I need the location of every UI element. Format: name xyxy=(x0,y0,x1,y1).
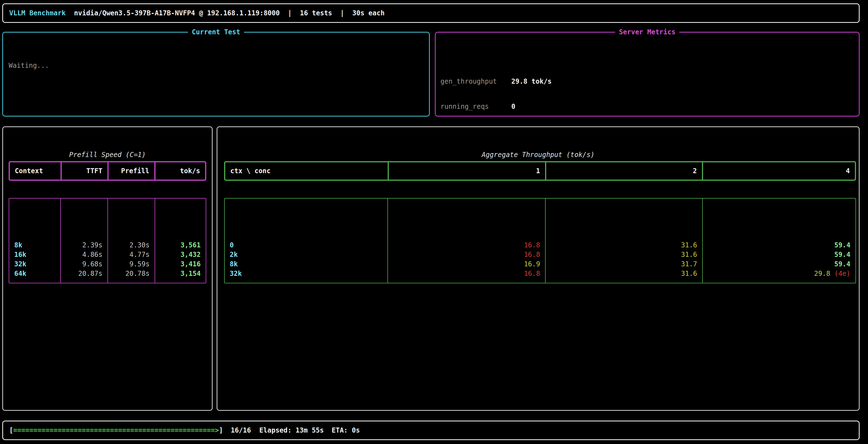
table-cell: 3,561 xyxy=(155,240,206,250)
table-cell: 3,432 xyxy=(155,250,206,260)
column-header: ctx \ conc xyxy=(225,162,388,180)
metric-row: gen_throughput 29.8 tok/s xyxy=(440,77,859,86)
aggregate-throughput-table: ctx \ conc124 016.831.659.42k16.831.659.… xyxy=(224,145,856,299)
progress-eta: ETA: 0s xyxy=(332,426,360,434)
progress-close-bracket: ] xyxy=(219,426,223,434)
table-cell: 8k xyxy=(9,240,60,250)
table-row: 8k16.931.759.4 xyxy=(225,260,856,269)
table-cell: 64k xyxy=(9,269,60,278)
table-cell: 32k xyxy=(9,260,60,269)
column-divider xyxy=(107,199,108,283)
table-cell-suffix: (4e) xyxy=(830,270,850,277)
column-divider xyxy=(60,199,61,283)
table-cell: 16k xyxy=(9,250,60,260)
table-cell: 16.8 xyxy=(388,269,545,278)
table-cell: 2.30s xyxy=(107,240,155,250)
table-cell: 31.6 xyxy=(545,269,702,278)
table-cell: 32k xyxy=(225,269,388,278)
table-cell: 20.78s xyxy=(107,269,155,278)
prefill-speed-table: ContextTTFTPrefilltok/s 8k2.39s2.30s3,56… xyxy=(9,145,206,299)
table-cell: 16.8 xyxy=(388,250,545,260)
table-cell: 9.59s xyxy=(107,260,155,269)
app-title: VLLM Benchmark xyxy=(9,9,66,17)
metric-value: 29.8 tok/s xyxy=(511,77,552,86)
progress-open-bracket: [ xyxy=(9,426,13,434)
table-cell: 16.9 xyxy=(388,260,545,269)
top-bar: VLLM Benchmark nvidia/Qwen3.5-397B-A17B-… xyxy=(2,3,860,23)
table-cell: 31.6 xyxy=(545,240,702,250)
table-row: 2k16.831.659.4 xyxy=(225,250,856,260)
metric-label: gen_throughput xyxy=(440,77,511,86)
table-row: 32k16.831.629.8 (4e) xyxy=(225,269,856,278)
column-header: 4 xyxy=(702,162,855,180)
table-cell: 59.4 xyxy=(702,260,856,269)
table-cell: 4.86s xyxy=(60,250,107,260)
server-metrics-title: Server Metrics xyxy=(615,27,679,37)
column-divider xyxy=(702,199,703,283)
table-body: 8k2.39s2.30s3,56116k4.86s4.77s3,43232k9.… xyxy=(9,198,206,283)
column-divider xyxy=(545,199,546,283)
table-cell: 59.4 xyxy=(702,250,856,260)
column-header: 1 xyxy=(388,162,545,180)
progress-elapsed: Elapsed: 13m 55s xyxy=(259,426,324,434)
progress-bar-track: ========================================… xyxy=(13,426,219,434)
table-header-row: ContextTTFTPrefilltok/s xyxy=(9,161,206,181)
column-header: Context xyxy=(10,162,61,180)
prefill-speed-panel: Prefill Speed (C=1) ContextTTFTPrefillto… xyxy=(2,126,213,411)
table-cell: 2.39s xyxy=(60,240,107,250)
table-cell: 8k xyxy=(225,260,388,269)
column-divider xyxy=(388,199,388,283)
column-header: TTFT xyxy=(61,162,107,180)
benchmark-info: nvidia/Qwen3.5-397B-A17B-NVFP4 @ 192.168… xyxy=(74,9,384,17)
table-cell: 20.87s xyxy=(60,269,107,278)
metric-value: 0 xyxy=(511,102,515,111)
table-row: 016.831.659.4 xyxy=(225,240,856,250)
table-cell: 2k xyxy=(225,250,388,260)
column-divider xyxy=(155,199,155,283)
table-cell: 31.7 xyxy=(545,260,702,269)
progress-bar: [=======================================… xyxy=(2,420,860,440)
metric-row: running_reqs 0 xyxy=(440,102,859,111)
table-cell: 9.68s xyxy=(60,260,107,269)
metric-label: running_reqs xyxy=(440,102,511,111)
table-cell: 0 xyxy=(225,240,388,250)
table-cell: 31.6 xyxy=(545,250,702,260)
progress-count: 16/16 xyxy=(231,426,251,434)
aggregate-throughput-panel: Aggregate Throughput (tok/s) ctx \ conc1… xyxy=(217,126,860,411)
table-cell: 59.4 xyxy=(702,240,856,250)
table-body: 016.831.659.42k16.831.659.48k16.931.759.… xyxy=(224,198,856,283)
column-header: Prefill xyxy=(107,162,154,180)
table-cell: 4.77s xyxy=(107,250,155,260)
table-cell: 3,154 xyxy=(155,269,206,278)
server-metrics-panel: Server Metrics gen_throughput 29.8 tok/s… xyxy=(435,32,860,116)
table-cell: 3,416 xyxy=(155,260,206,269)
current-test-panel: Current Test Waiting... xyxy=(2,32,430,116)
current-test-status: Waiting... xyxy=(3,56,429,75)
column-header: 2 xyxy=(545,162,702,180)
table-header-row: ctx \ conc124 xyxy=(224,161,856,181)
table-cell: 16.8 xyxy=(388,240,545,250)
column-header: tok/s xyxy=(154,162,205,180)
table-cell: 29.8 (4e) xyxy=(702,269,856,278)
current-test-title: Current Test xyxy=(188,27,244,37)
